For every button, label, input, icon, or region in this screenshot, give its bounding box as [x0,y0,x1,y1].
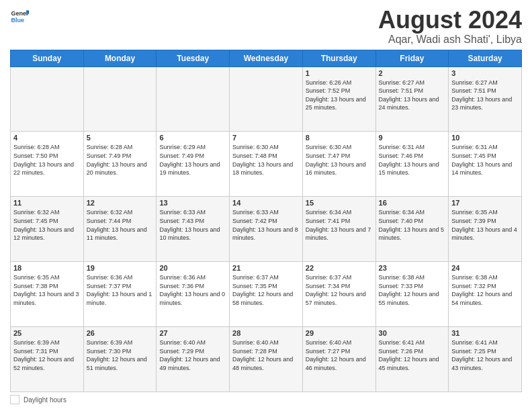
day-info: Sunrise: 6:37 AM Sunset: 7:35 PM Dayligh… [232,273,300,307]
weekday-sunday: Sunday [11,50,84,66]
calendar-cell: 2Sunrise: 6:27 AM Sunset: 7:51 PM Daylig… [375,66,449,132]
day-number: 11 [13,199,81,207]
week-row-4: 18Sunrise: 6:35 AM Sunset: 7:38 PM Dayli… [11,262,522,327]
day-number: 26 [87,329,154,337]
day-info: Sunrise: 6:41 AM Sunset: 7:25 PM Dayligh… [451,338,519,372]
day-number: 30 [379,329,446,337]
calendar-cell: 29Sunrise: 6:40 AM Sunset: 7:27 PM Dayli… [302,327,375,392]
calendar-cell: 18Sunrise: 6:35 AM Sunset: 7:38 PM Dayli… [11,262,84,327]
day-number: 21 [232,264,300,272]
day-info: Sunrise: 6:36 AM Sunset: 7:37 PM Dayligh… [87,273,154,307]
day-info: Sunrise: 6:29 AM Sunset: 7:49 PM Dayligh… [159,143,226,177]
calendar-cell: 22Sunrise: 6:37 AM Sunset: 7:34 PM Dayli… [302,262,375,327]
day-info: Sunrise: 6:30 AM Sunset: 7:47 PM Dayligh… [306,143,373,177]
day-number: 2 [379,69,446,77]
calendar-cell: 30Sunrise: 6:41 AM Sunset: 7:26 PM Dayli… [375,327,449,392]
calendar-cell: 20Sunrise: 6:36 AM Sunset: 7:36 PM Dayli… [157,262,230,327]
day-info: Sunrise: 6:27 AM Sunset: 7:51 PM Dayligh… [451,79,519,112]
weekday-wednesday: Wednesday [230,50,303,66]
day-info: Sunrise: 6:39 AM Sunset: 7:31 PM Dayligh… [13,338,81,372]
day-info: Sunrise: 6:40 AM Sunset: 7:28 PM Dayligh… [232,338,300,372]
day-info: Sunrise: 6:33 AM Sunset: 7:42 PM Dayligh… [232,208,300,242]
day-info: Sunrise: 6:31 AM Sunset: 7:46 PM Dayligh… [379,143,446,177]
day-info: Sunrise: 6:40 AM Sunset: 7:29 PM Dayligh… [159,338,226,372]
day-info: Sunrise: 6:33 AM Sunset: 7:43 PM Dayligh… [159,208,226,242]
day-number: 3 [451,69,519,77]
calendar-cell: 7Sunrise: 6:30 AM Sunset: 7:48 PM Daylig… [230,132,303,197]
day-number: 9 [379,134,446,142]
day-number: 31 [451,329,519,337]
day-info: Sunrise: 6:39 AM Sunset: 7:30 PM Dayligh… [87,338,154,372]
day-info: Sunrise: 6:35 AM Sunset: 7:38 PM Dayligh… [13,273,81,307]
calendar-cell [11,66,84,132]
day-number: 13 [159,199,226,207]
weekday-friday: Friday [375,50,449,66]
day-info: Sunrise: 6:38 AM Sunset: 7:33 PM Dayligh… [379,273,446,307]
day-number: 12 [87,199,154,207]
day-info: Sunrise: 6:37 AM Sunset: 7:34 PM Dayligh… [306,273,373,307]
day-number: 8 [306,134,373,142]
calendar-cell [230,66,303,132]
svg-text:Blue: Blue [11,17,24,24]
day-info: Sunrise: 6:28 AM Sunset: 7:49 PM Dayligh… [87,143,154,177]
day-number: 16 [379,199,446,207]
day-number: 25 [13,329,81,337]
calendar-cell [83,66,157,132]
calendar-cell: 24Sunrise: 6:38 AM Sunset: 7:32 PM Dayli… [449,262,522,327]
calendar-cell: 15Sunrise: 6:34 AM Sunset: 7:41 PM Dayli… [302,197,375,262]
calendar-cell: 16Sunrise: 6:34 AM Sunset: 7:40 PM Dayli… [375,197,449,262]
calendar-cell: 21Sunrise: 6:37 AM Sunset: 7:35 PM Dayli… [230,262,303,327]
logo: General Blue [10,7,29,26]
logo-icon: General Blue [10,7,29,26]
day-number: 24 [451,264,519,272]
day-number: 1 [306,69,373,77]
calendar-cell: 8Sunrise: 6:30 AM Sunset: 7:47 PM Daylig… [302,132,375,197]
weekday-thursday: Thursday [302,50,375,66]
footer: Daylight hours [10,395,522,404]
calendar-cell: 5Sunrise: 6:28 AM Sunset: 7:49 PM Daylig… [83,132,157,197]
calendar-cell: 12Sunrise: 6:32 AM Sunset: 7:44 PM Dayli… [83,197,157,262]
day-info: Sunrise: 6:34 AM Sunset: 7:40 PM Dayligh… [379,208,446,242]
calendar-cell: 1Sunrise: 6:26 AM Sunset: 7:52 PM Daylig… [302,66,375,132]
calendar-cell: 10Sunrise: 6:31 AM Sunset: 7:45 PM Dayli… [449,132,522,197]
calendar-cell: 3Sunrise: 6:27 AM Sunset: 7:51 PM Daylig… [449,66,522,132]
weekday-monday: Monday [83,50,157,66]
week-row-1: 1Sunrise: 6:26 AM Sunset: 7:52 PM Daylig… [11,66,522,132]
calendar-cell: 13Sunrise: 6:33 AM Sunset: 7:43 PM Dayli… [157,197,230,262]
day-info: Sunrise: 6:32 AM Sunset: 7:45 PM Dayligh… [13,208,81,242]
week-row-5: 25Sunrise: 6:39 AM Sunset: 7:31 PM Dayli… [11,327,522,392]
calendar-cell: 31Sunrise: 6:41 AM Sunset: 7:25 PM Dayli… [449,327,522,392]
day-info: Sunrise: 6:30 AM Sunset: 7:48 PM Dayligh… [232,143,300,177]
calendar-cell [157,66,230,132]
day-info: Sunrise: 6:36 AM Sunset: 7:36 PM Dayligh… [159,273,226,307]
calendar-cell: 23Sunrise: 6:38 AM Sunset: 7:33 PM Dayli… [375,262,449,327]
calendar-cell: 25Sunrise: 6:39 AM Sunset: 7:31 PM Dayli… [11,327,84,392]
month-title: August 2024 [378,7,522,34]
day-number: 4 [13,134,81,142]
calendar-cell: 4Sunrise: 6:28 AM Sunset: 7:50 PM Daylig… [11,132,84,197]
calendar-table: SundayMondayTuesdayWednesdayThursdayFrid… [10,50,522,392]
day-number: 6 [159,134,226,142]
day-info: Sunrise: 6:38 AM Sunset: 7:32 PM Dayligh… [451,273,519,307]
title-block: August 2024 Aqar, Wadi ash Shati', Libya [378,7,522,46]
day-info: Sunrise: 6:26 AM Sunset: 7:52 PM Dayligh… [306,79,373,112]
day-number: 28 [232,329,300,337]
day-number: 17 [451,199,519,207]
day-number: 19 [87,264,154,272]
day-number: 7 [232,134,300,142]
day-info: Sunrise: 6:34 AM Sunset: 7:41 PM Dayligh… [306,208,373,242]
day-number: 20 [159,264,226,272]
calendar-cell: 27Sunrise: 6:40 AM Sunset: 7:29 PM Dayli… [157,327,230,392]
calendar-cell: 14Sunrise: 6:33 AM Sunset: 7:42 PM Dayli… [230,197,303,262]
calendar-cell: 9Sunrise: 6:31 AM Sunset: 7:46 PM Daylig… [375,132,449,197]
day-number: 15 [306,199,373,207]
footer-label: Daylight hours [24,396,66,404]
week-row-3: 11Sunrise: 6:32 AM Sunset: 7:45 PM Dayli… [11,197,522,262]
day-number: 14 [232,199,300,207]
day-info: Sunrise: 6:40 AM Sunset: 7:27 PM Dayligh… [306,338,373,372]
weekday-header-row: SundayMondayTuesdayWednesdayThursdayFrid… [11,50,522,66]
calendar-cell: 26Sunrise: 6:39 AM Sunset: 7:30 PM Dayli… [83,327,157,392]
calendar-cell: 17Sunrise: 6:35 AM Sunset: 7:39 PM Dayli… [449,197,522,262]
calendar-cell: 28Sunrise: 6:40 AM Sunset: 7:28 PM Dayli… [230,327,303,392]
day-number: 22 [306,264,373,272]
